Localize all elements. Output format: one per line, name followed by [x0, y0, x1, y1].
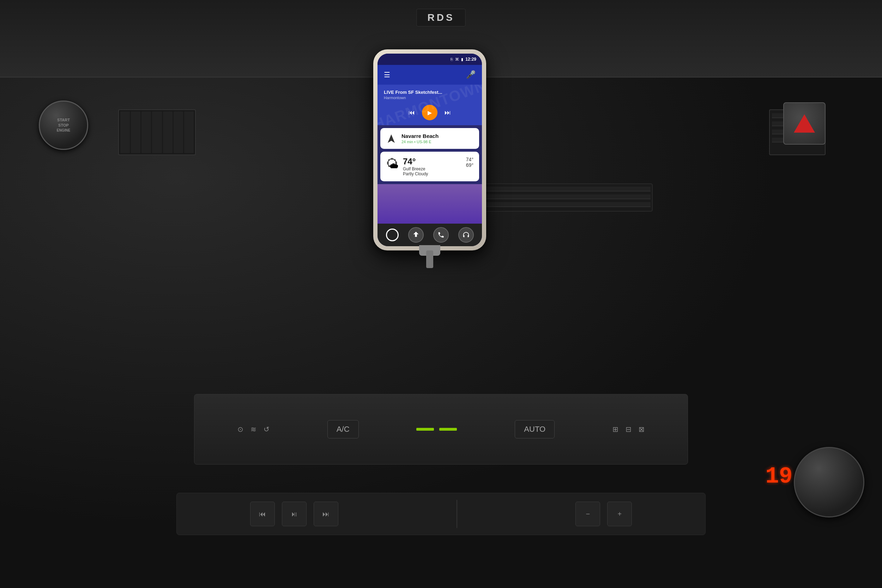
wifi-icon: ⌘ — [455, 57, 459, 62]
vent-slat — [152, 111, 162, 153]
weather-location: Gulf Breeze — [403, 166, 462, 171]
start-text: START — [57, 117, 70, 123]
weather-temperature: 74° — [403, 157, 462, 166]
engine-text: ENGINE — [57, 128, 70, 133]
nav-detail: 24 min • US-98 E — [402, 140, 474, 144]
battery-icon: ▮ — [461, 57, 463, 62]
ac-left-controls: ⊙ ≋ ↺ — [237, 425, 270, 434]
weather-info: 74° Gulf Breeze Partly Cloudy — [403, 157, 462, 176]
rear-defrost-icon: ⊟ — [626, 425, 632, 434]
phone-screen-container: ⎘ ⌘ ▮ 12:29 ☰ 🎤 HARMONTOWN LIVE From SF … — [378, 54, 482, 246]
weather-high: 74° — [466, 157, 474, 162]
app-top-bar: ☰ 🎤 — [378, 65, 482, 85]
weather-low: 69° — [466, 162, 474, 168]
media-controls: ⏮ ⏯ ⏭ — [250, 502, 338, 526]
rds-text: RDS — [427, 12, 454, 23]
dashboard: RDS START STOP ENGINE — [0, 0, 882, 588]
nav-destination: Navarre Beach — [402, 133, 474, 139]
nav-info: Navarre Beach 24 min • US-98 E — [402, 133, 474, 144]
weather-card[interactable]: 🌤 74° Gulf Breeze Partly Cloudy 74° 69° — [380, 152, 479, 181]
headphones-button[interactable] — [458, 227, 474, 243]
fan-icon: ⊙ — [237, 425, 243, 434]
hazard-icon — [794, 114, 815, 133]
indicator-2 — [439, 428, 457, 430]
ac-button[interactable]: A/C — [327, 420, 359, 438]
ac-indicators — [416, 428, 457, 430]
auto-label: AUTO — [524, 424, 545, 434]
music-card: HARMONTOWN LIVE From SF Sketchfest... Ha… — [378, 85, 482, 125]
play-pause-button[interactable]: ⏯ — [282, 502, 307, 526]
phone-mount: ⎘ ⌘ ▮ 12:29 ☰ 🎤 HARMONTOWN LIVE From SF … — [373, 50, 486, 250]
svg-marker-0 — [388, 134, 395, 143]
microphone-icon[interactable]: 🎤 — [466, 70, 476, 80]
bottom-controls: ⏮ ⏯ ⏭ − + — [176, 493, 706, 535]
prev-track-button[interactable]: ⏮ — [250, 502, 275, 526]
volume-down-button[interactable]: − — [575, 502, 600, 526]
ac-controls: ⊙ ≋ ↺ A/C AUTO ⊞ ⊟ ⊠ — [194, 394, 688, 465]
phone-mount-arm — [426, 250, 433, 268]
phone-device: ⎘ ⌘ ▮ 12:29 ☰ 🎤 HARMONTOWN LIVE From SF … — [373, 50, 486, 250]
indicator-1 — [416, 428, 434, 430]
status-bar: ⎘ ⌘ ▮ 12:29 — [378, 54, 482, 65]
status-time: 12:29 — [465, 57, 476, 62]
rds-label: RDS — [416, 9, 465, 27]
screen-gradient — [378, 184, 482, 224]
home-button[interactable] — [386, 229, 399, 241]
ac-label: A/C — [337, 424, 350, 434]
vent-slat — [141, 111, 151, 153]
vent-slat — [120, 111, 130, 153]
weather-temps: 74° 69° — [466, 157, 474, 168]
phone-button[interactable] — [433, 227, 449, 243]
divider — [456, 500, 457, 528]
bottom-navigation — [378, 224, 482, 246]
hazard-button[interactable] — [783, 102, 825, 145]
directions-button[interactable] — [408, 227, 424, 243]
android-auto-screen: ⎘ ⌘ ▮ 12:29 ☰ 🎤 HARMONTOWN LIVE From SF … — [378, 54, 482, 246]
defrost-icon: ⊞ — [612, 425, 618, 434]
audio-controls: − + — [575, 502, 632, 526]
vent-slat — [174, 111, 183, 153]
vent-slat — [184, 111, 194, 153]
auto-button[interactable]: AUTO — [515, 420, 555, 438]
weather-icon: 🌤 — [386, 157, 399, 171]
airflow-icon: ≋ — [250, 425, 256, 434]
next-button[interactable]: ⏭ — [444, 109, 451, 116]
menu-icon[interactable]: ☰ — [384, 70, 390, 79]
nav-direction-icon — [386, 134, 396, 144]
stop-text: STOP — [57, 123, 70, 128]
ac-right-controls: ⊞ ⊟ ⊠ — [612, 425, 645, 434]
windshield-icon: ⊠ — [639, 425, 645, 434]
next-track-button[interactable]: ⏭ — [314, 502, 338, 526]
bluetooth-icon: ⎘ — [450, 57, 453, 62]
vent-slat — [131, 111, 140, 153]
vent-slat — [163, 111, 172, 153]
recirculate-icon: ↺ — [264, 425, 270, 434]
vent-left — [118, 110, 196, 155]
weather-condition: Partly Cloudy — [403, 171, 462, 176]
start-stop-button[interactable]: START STOP ENGINE — [39, 100, 88, 150]
navigation-card[interactable]: Navarre Beach 24 min • US-98 E — [380, 128, 479, 149]
volume-knob[interactable] — [794, 447, 864, 518]
volume-up-button[interactable]: + — [607, 502, 632, 526]
